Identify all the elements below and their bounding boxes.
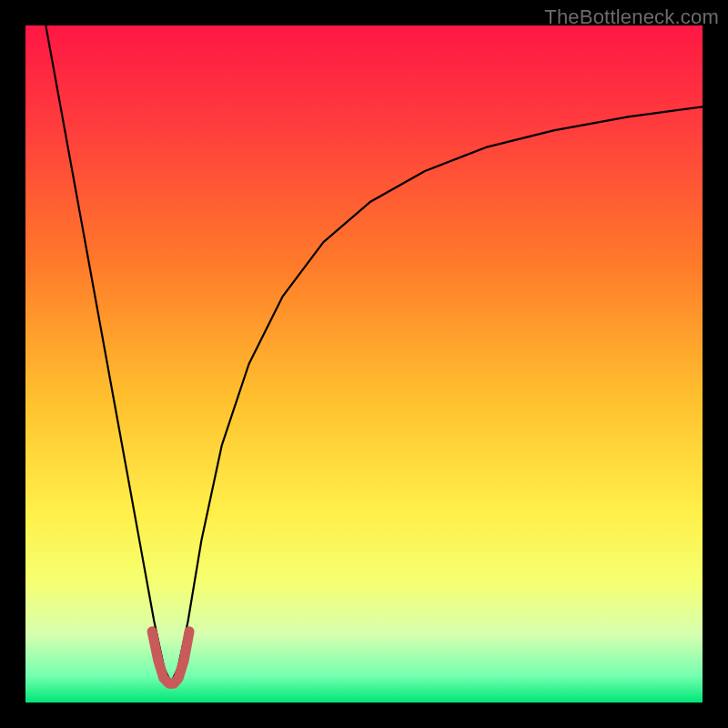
- chart-background: [25, 25, 703, 703]
- bottleneck-chart: [25, 25, 703, 703]
- chart-frame: [25, 25, 703, 703]
